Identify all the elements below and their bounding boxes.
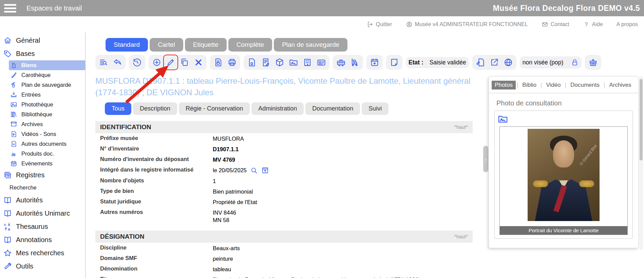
sidebar-item-entrees[interactable]: Entrées xyxy=(9,90,85,100)
sidebar-item-archives[interactable]: Archives xyxy=(9,119,85,129)
tab-suivi[interactable]: Suivi xyxy=(362,102,389,115)
toolbar-edit-group xyxy=(149,55,207,70)
add-circle-button[interactable] xyxy=(152,58,162,67)
toolbox-button[interactable] xyxy=(336,58,346,67)
sidebar-item-outils[interactable]: Outils xyxy=(0,260,85,273)
document-icon xyxy=(10,140,17,147)
sidebar-item-videos-sons[interactable]: Vidéos - Sons xyxy=(9,129,85,139)
media-tab-video[interactable]: Vidéo xyxy=(543,81,564,90)
view-tab-etiquette[interactable]: Etiquette xyxy=(185,38,227,52)
extinguisher-icon xyxy=(10,81,17,88)
sidebar-item-plan-de-sauvegarde[interactable]: Plan de sauvegarde xyxy=(9,80,85,90)
status-value: non visée (pop) xyxy=(523,59,564,66)
sidebar-item-biens[interactable]: Biens xyxy=(9,60,85,70)
view-tab-standard[interactable]: Standard xyxy=(106,38,148,52)
books-icon xyxy=(10,111,17,118)
utility-item-musee-v4-administrateur-fonctionnel[interactable]: Musée v4 ADMINISTRATEUR FONCTIONNEL xyxy=(406,21,528,28)
card-list-button[interactable] xyxy=(317,58,326,67)
watermark: © Gérard Blot xyxy=(579,144,598,166)
sidebar-item-autorites-unimarc[interactable]: Autorités Unimarc xyxy=(0,207,85,220)
field-row-titre: TitrePierre-Louis-François, Vicomte Paul… xyxy=(95,274,473,278)
toolbar-search-group xyxy=(95,55,126,70)
media-tab-documents[interactable]: Documents xyxy=(567,81,603,90)
package-button[interactable] xyxy=(275,58,284,67)
sidebar-item-general[interactable]: Général xyxy=(0,34,85,47)
form-edit-button[interactable] xyxy=(261,58,270,67)
sidebar-item-recherche[interactable]: Recherche xyxy=(0,182,85,194)
archive-box-icon xyxy=(10,121,17,128)
sidebar-item-phototheque[interactable]: Photothèque xyxy=(9,100,85,110)
folder-image-icon[interactable] xyxy=(497,114,508,124)
open-window-icon[interactable] xyxy=(261,166,269,174)
sidebar-item-registres[interactable]: Registres xyxy=(0,168,85,182)
menu-icon[interactable] xyxy=(4,2,16,14)
sidebar-item-autorites[interactable]: Autorités xyxy=(0,194,85,207)
utility-item-contact[interactable]: Contact xyxy=(542,21,569,28)
edit-pencil-icon xyxy=(166,58,175,67)
back-to-top-link[interactable]: ^haut^ xyxy=(454,234,468,239)
portrait-epaulette xyxy=(579,180,594,187)
history-button[interactable] xyxy=(132,58,142,67)
media-tab-biblio[interactable]: Biblio xyxy=(519,81,539,90)
tab-tous[interactable]: Tous xyxy=(105,102,131,115)
sidebar-item-bibliotheque[interactable]: Bibliothèque xyxy=(9,110,85,119)
top-bar: Espaces de travail Musée Flora Decalog F… xyxy=(0,0,644,16)
sidebar-item-carotheque[interactable]: Carothèque xyxy=(9,70,85,80)
page-lock-button[interactable] xyxy=(213,58,223,67)
view-tab-plan-de-sauvegarde[interactable]: Plan de sauvegarde xyxy=(274,38,347,52)
sidebar-item-autres-documents[interactable]: Autres documents xyxy=(9,139,85,149)
calendar-plus-button[interactable] xyxy=(370,58,379,67)
sidebar-item-produits-doc[interactable]: Produits doc. xyxy=(9,149,85,159)
view-tab-cartel[interactable]: Cartel xyxy=(150,38,183,52)
media-tab-archives[interactable]: Archives xyxy=(606,81,634,90)
folder-image-button[interactable] xyxy=(289,58,298,67)
media-tab-photos[interactable]: Photos xyxy=(492,81,516,90)
trolley-button[interactable] xyxy=(350,58,360,67)
sidebar-item-mes-recherches[interactable]: Mes recherches xyxy=(0,246,85,260)
delete-x-button[interactable] xyxy=(194,58,203,67)
knight-icon xyxy=(10,62,17,69)
field-row-integre-dans-le-registre-informatise: Intégré dans le registre informatiséle 2… xyxy=(95,165,473,176)
toolbar-calendar-group xyxy=(366,55,383,70)
basket-button[interactable] xyxy=(588,58,598,67)
tab-administration[interactable]: Administration xyxy=(251,102,304,115)
collapse-panel-handle[interactable]: › xyxy=(483,146,488,172)
reply-button[interactable] xyxy=(113,58,122,67)
exit-icon xyxy=(367,21,374,28)
utility-item-a-propos[interactable]: A propos xyxy=(617,21,638,27)
search-icon[interactable] xyxy=(250,166,258,174)
svg-text:A: A xyxy=(4,223,6,226)
workspace-label[interactable]: Espaces de travail xyxy=(26,4,82,12)
sidebar-item-thesaurus[interactable]: ABThesaurus xyxy=(0,220,85,233)
calendar-icon xyxy=(10,160,17,167)
tab-regie-conservation[interactable]: Régie - Conservation xyxy=(179,102,250,115)
folder-image-icon xyxy=(497,114,508,124)
external-link-icon xyxy=(490,58,499,67)
vertical-scrollbar[interactable] xyxy=(639,76,643,250)
doc-sign-button[interactable] xyxy=(476,58,485,67)
external-link-button[interactable] xyxy=(490,58,499,67)
sidebar-item-annotations[interactable]: Annotations xyxy=(0,233,85,246)
print-button[interactable] xyxy=(227,58,237,67)
back-to-top-link[interactable]: ^haut^ xyxy=(454,124,468,130)
copy-button[interactable] xyxy=(180,58,189,67)
sidebar-item-evenements[interactable]: Evènements xyxy=(9,159,85,168)
svg-text:B: B xyxy=(8,228,11,231)
utility-item-quitter[interactable]: Quitter xyxy=(367,21,392,28)
building-button[interactable] xyxy=(303,58,312,67)
utility-item-aide[interactable]: ?Aide xyxy=(583,21,603,28)
view-tab-complete[interactable]: Complète xyxy=(228,38,272,52)
record-title[interactable]: MUSFLORA D1907.1.1 : tableau Pierre-Loui… xyxy=(95,75,492,98)
edit-pencil-button[interactable] xyxy=(166,58,175,67)
globe-button[interactable] xyxy=(504,58,513,67)
sidebar-item-bases[interactable]: Bases xyxy=(0,47,85,60)
scrollbar-thumb[interactable] xyxy=(640,79,643,160)
tab-description[interactable]: Description xyxy=(133,102,177,115)
tag-icon xyxy=(3,49,12,58)
portrait-image[interactable]: © Gérard Blot xyxy=(528,129,600,221)
book-icon xyxy=(3,236,12,244)
note-button[interactable] xyxy=(390,58,399,67)
page-attach-button[interactable] xyxy=(247,58,257,67)
tab-documentation[interactable]: Documentation xyxy=(305,102,360,115)
list-search-button[interactable] xyxy=(99,58,108,67)
